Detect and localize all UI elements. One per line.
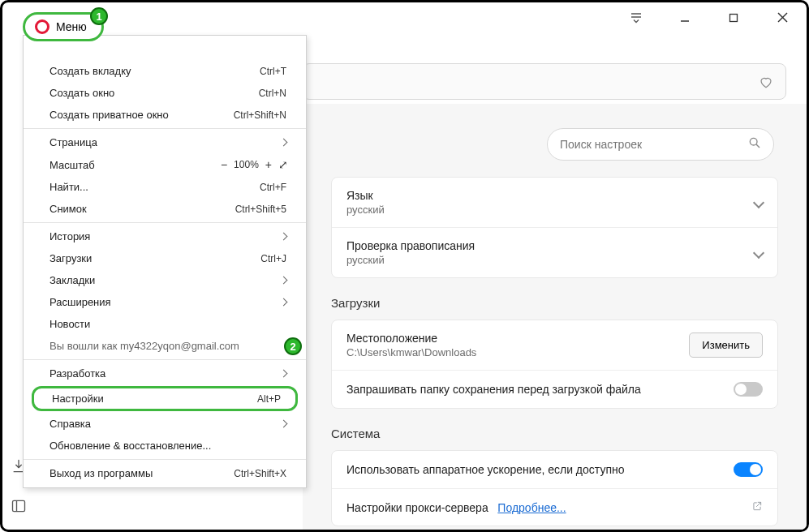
hw-accel-label: Использовать аппаратное ускорение, если …	[346, 463, 624, 476]
menu-settings-highlight: Настройки Alt+P	[32, 386, 298, 411]
menu-news[interactable]: Новости	[24, 313, 306, 335]
menu-item-label: Снимок	[49, 203, 87, 215]
heart-icon[interactable]	[759, 75, 773, 89]
language-label: Язык	[346, 189, 385, 202]
hw-accel-toggle[interactable]	[734, 462, 763, 477]
svg-rect-1	[730, 15, 738, 22]
chevron-down-icon	[753, 196, 764, 208]
menu-item-label: Обновление & восстановление...	[49, 440, 211, 452]
menu-item-label: Масштаб	[49, 159, 95, 171]
downloads-section-title: Загрузки	[331, 296, 798, 310]
shortcut: Ctrl+Shift+N	[234, 109, 286, 121]
menu-item-label: История	[49, 230, 90, 242]
chevron-right-icon	[280, 298, 288, 307]
shortcut: Ctrl+T	[260, 66, 286, 77]
spellcheck-value: русский	[346, 254, 475, 266]
chevron-right-icon	[280, 233, 288, 241]
hw-accel-row[interactable]: Использовать аппаратное ускорение, если …	[332, 451, 777, 488]
window-close[interactable]	[770, 11, 794, 26]
main-menu-panel: Создать вкладку Ctrl+T Создать окно Ctrl…	[23, 35, 307, 488]
menu-item-label: Выход из программы	[49, 467, 153, 479]
external-link-icon	[751, 500, 763, 514]
proxy-label: Настройки прокси-сервера	[346, 501, 488, 514]
settings-search[interactable]	[547, 128, 774, 161]
chevron-right-icon	[280, 420, 288, 428]
svg-line-7	[756, 144, 760, 148]
menu-extensions[interactable]: Расширения	[24, 291, 306, 313]
shortcut: Alt+P	[257, 393, 281, 405]
menu-new-private-window[interactable]: Создать приватное окно Ctrl+Shift+N	[24, 104, 306, 126]
system-card: Использовать аппаратное ускорение, если …	[331, 450, 778, 526]
menu-item-label: Страница	[49, 136, 97, 148]
menu-history[interactable]: История	[24, 225, 306, 247]
opera-logo-icon	[35, 19, 49, 34]
fullscreen-icon[interactable]: ⤢	[278, 158, 286, 171]
spellcheck-label: Проверка правописания	[346, 239, 475, 252]
address-bar-area	[303, 63, 786, 100]
proxy-more-link[interactable]: Подробнее...	[497, 501, 566, 514]
shortcut: Ctrl+F	[260, 182, 286, 193]
annotation-badge-1: 1	[90, 7, 108, 25]
menu-item-label: Разработка	[49, 367, 105, 380]
change-button[interactable]: Изменить	[689, 332, 763, 358]
menu-item-label: Создать приватное окно	[49, 109, 169, 121]
language-value: русский	[346, 204, 385, 216]
proxy-row[interactable]: Настройки прокси-сервера Подробнее...	[332, 488, 777, 526]
menu-snapshot[interactable]: Снимок Ctrl+Shift+5	[24, 198, 306, 220]
shortcut: Ctrl+Shift+X	[234, 468, 286, 479]
menu-development[interactable]: Разработка	[24, 363, 306, 384]
shortcut: Ctrl+J	[260, 253, 286, 264]
menu-new-tab[interactable]: Создать вкладку Ctrl+T	[24, 60, 306, 82]
chevron-down-icon	[753, 247, 764, 258]
zoom-controls[interactable]: − 100% + ⤢	[221, 158, 286, 171]
svg-rect-4	[13, 500, 25, 511]
annotation-badge-2: 2	[284, 337, 302, 355]
chevron-right-icon	[280, 370, 288, 378]
chevron-right-icon	[280, 139, 288, 147]
menu-update-recovery[interactable]: Обновление & восстановление...	[24, 435, 306, 457]
menu-find[interactable]: Найти... Ctrl+F	[24, 176, 306, 198]
menu-item-label: Новости	[49, 318, 90, 330]
menu-downloads[interactable]: Загрузки Ctrl+J	[24, 247, 306, 269]
menu-item-label: Расширения	[49, 296, 111, 308]
location-label: Местоположение	[346, 332, 476, 345]
spellcheck-row[interactable]: Проверка правописания русский	[332, 227, 777, 277]
menu-new-window[interactable]: Создать окно Ctrl+N	[24, 82, 306, 104]
menu-logged-in-as: Вы вошли как my4322yqon@gmail.com	[24, 335, 306, 357]
search-icon	[748, 136, 761, 152]
window-maximize[interactable]	[721, 11, 746, 26]
menu-bookmarks[interactable]: Закладки	[24, 269, 306, 291]
zoom-value: 100%	[234, 159, 259, 170]
zoom-in-icon[interactable]: +	[265, 158, 272, 171]
browser-prefs-icon[interactable]	[624, 11, 648, 27]
chevron-right-icon	[280, 277, 288, 285]
zoom-out-icon[interactable]: −	[221, 158, 227, 171]
language-row[interactable]: Язык русский	[332, 178, 777, 227]
menu-item-label: Создать окно	[49, 87, 114, 99]
svg-point-6	[750, 138, 757, 145]
menu-item-label: Загрузки	[49, 252, 92, 264]
language-card: Язык русский Проверка правописания русск…	[331, 177, 778, 278]
menu-quit[interactable]: Выход из программы Ctrl+Shift+X	[24, 462, 306, 484]
downloads-card: Местоположение C:\Users\kmwar\Downloads …	[331, 320, 778, 409]
settings-search-input[interactable]	[560, 138, 748, 151]
menu-page[interactable]: Страница	[24, 131, 306, 153]
menu-item-label: Настройки	[52, 393, 104, 405]
location-value: C:\Users\kmwar\Downloads	[346, 346, 476, 358]
system-section-title: Система	[331, 427, 798, 440]
menu-settings[interactable]: Настройки Alt+P	[34, 388, 292, 409]
menu-item-label: Найти...	[49, 181, 88, 193]
menu-zoom[interactable]: Масштаб − 100% + ⤢	[24, 153, 306, 176]
menu-item-label: Справка	[49, 418, 91, 430]
ask-folder-toggle[interactable]	[734, 382, 763, 397]
menu-item-label: Закладки	[49, 274, 95, 286]
ask-folder-row[interactable]: Запрашивать папку сохранения перед загру…	[332, 370, 777, 408]
window-minimize[interactable]	[673, 11, 697, 26]
menu-help[interactable]: Справка	[24, 413, 306, 435]
ask-folder-label: Запрашивать папку сохранения перед загру…	[346, 383, 641, 396]
download-location-row: Местоположение C:\Users\kmwar\Downloads …	[332, 320, 777, 370]
menu-item-label: Создать вкладку	[49, 65, 131, 77]
menu-item-label: Вы вошли как my4322yqon@gmail.com	[49, 340, 239, 352]
sidebar-toggle-icon[interactable]	[11, 498, 27, 517]
shortcut: Ctrl+Shift+5	[235, 204, 286, 215]
